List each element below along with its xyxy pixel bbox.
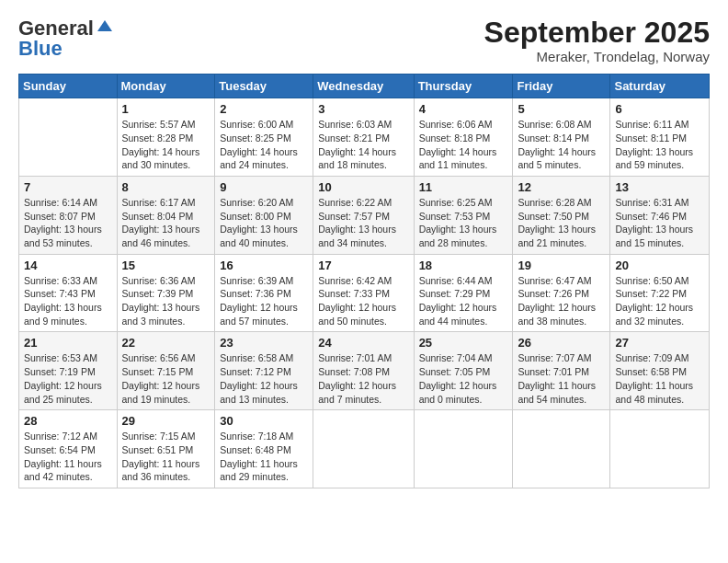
day-number: 16 <box>220 259 308 272</box>
day-info: Sunrise: 6:03 AMSunset: 8:21 PMDaylight:… <box>318 118 408 172</box>
day-number: 22 <box>122 336 210 350</box>
day-number: 28 <box>24 414 112 428</box>
day-info: Sunrise: 6:28 AMSunset: 7:50 PMDaylight:… <box>518 196 605 250</box>
day-info: Sunrise: 6:58 AMSunset: 7:12 PMDaylight:… <box>220 351 308 406</box>
calendar-cell: 27Sunrise: 7:09 AMSunset: 6:58 PMDayligh… <box>610 332 710 410</box>
calendar-cell: 16Sunrise: 6:39 AMSunset: 7:36 PMDayligh… <box>215 254 313 332</box>
calendar-cell: 6Sunrise: 6:11 AMSunset: 8:11 PMDaylight… <box>610 98 710 177</box>
calendar-cell: 14Sunrise: 6:33 AMSunset: 7:43 PMDayligh… <box>19 254 118 332</box>
day-info: Sunrise: 7:01 AMSunset: 7:08 PMDaylight:… <box>318 351 408 406</box>
col-header-friday: Friday <box>513 75 610 98</box>
week-row-3: 14Sunrise: 6:33 AMSunset: 7:43 PMDayligh… <box>19 254 710 332</box>
day-number: 30 <box>220 414 308 428</box>
day-number: 6 <box>615 102 704 116</box>
day-number: 17 <box>318 259 408 272</box>
week-row-5: 28Sunrise: 7:12 AMSunset: 6:54 PMDayligh… <box>19 410 710 488</box>
day-number: 12 <box>518 180 605 194</box>
calendar-cell: 22Sunrise: 6:56 AMSunset: 7:15 PMDayligh… <box>117 332 215 410</box>
day-info: Sunrise: 6:42 AMSunset: 7:33 PMDaylight:… <box>318 274 408 328</box>
col-header-sunday: Sunday <box>19 75 118 98</box>
day-number: 20 <box>615 259 704 272</box>
day-info: Sunrise: 6:22 AMSunset: 7:57 PMDaylight:… <box>318 196 408 250</box>
day-number: 13 <box>615 180 704 194</box>
day-number: 15 <box>122 259 210 272</box>
calendar-cell: 29Sunrise: 7:15 AMSunset: 6:51 PMDayligh… <box>117 410 215 488</box>
day-info: Sunrise: 7:04 AMSunset: 7:05 PMDaylight:… <box>419 351 508 406</box>
day-number: 19 <box>518 259 605 272</box>
col-header-monday: Monday <box>117 75 215 98</box>
day-number: 7 <box>24 180 112 194</box>
header: General Blue September 2025 Meraker, Tro… <box>18 17 710 64</box>
day-number: 1 <box>122 102 210 116</box>
calendar-cell: 8Sunrise: 6:17 AMSunset: 8:04 PMDaylight… <box>117 176 215 254</box>
month-title: September 2025 <box>484 17 710 49</box>
calendar-cell: 9Sunrise: 6:20 AMSunset: 8:00 PMDaylight… <box>215 176 313 254</box>
day-number: 3 <box>318 102 408 116</box>
day-info: Sunrise: 6:50 AMSunset: 7:22 PMDaylight:… <box>615 274 704 328</box>
col-header-saturday: Saturday <box>610 75 710 98</box>
day-info: Sunrise: 6:47 AMSunset: 7:26 PMDaylight:… <box>518 274 605 328</box>
calendar-cell: 30Sunrise: 7:18 AMSunset: 6:48 PMDayligh… <box>215 410 313 488</box>
calendar-cell: 23Sunrise: 6:58 AMSunset: 7:12 PMDayligh… <box>215 332 313 410</box>
calendar-cell: 25Sunrise: 7:04 AMSunset: 7:05 PMDayligh… <box>414 332 513 410</box>
calendar-cell: 26Sunrise: 7:07 AMSunset: 7:01 PMDayligh… <box>513 332 610 410</box>
week-row-4: 21Sunrise: 6:53 AMSunset: 7:19 PMDayligh… <box>19 332 710 410</box>
day-number: 29 <box>122 414 210 428</box>
day-info: Sunrise: 6:25 AMSunset: 7:53 PMDaylight:… <box>419 196 508 250</box>
day-info: Sunrise: 6:14 AMSunset: 8:07 PMDaylight:… <box>24 196 112 250</box>
day-info: Sunrise: 6:11 AMSunset: 8:11 PMDaylight:… <box>615 118 704 172</box>
calendar-cell: 2Sunrise: 6:00 AMSunset: 8:25 PMDaylight… <box>215 98 313 177</box>
calendar-cell: 28Sunrise: 7:12 AMSunset: 6:54 PMDayligh… <box>19 410 118 488</box>
day-info: Sunrise: 7:18 AMSunset: 6:48 PMDaylight:… <box>220 430 308 484</box>
day-number: 9 <box>220 180 308 194</box>
svg-marker-0 <box>97 20 112 31</box>
logo-icon <box>96 18 114 35</box>
day-number: 27 <box>615 336 704 350</box>
day-number: 18 <box>419 259 508 272</box>
week-row-1: 1Sunrise: 5:57 AMSunset: 8:28 PMDaylight… <box>19 98 710 177</box>
col-header-wednesday: Wednesday <box>313 75 414 98</box>
calendar-cell: 20Sunrise: 6:50 AMSunset: 7:22 PMDayligh… <box>610 254 710 332</box>
day-info: Sunrise: 7:09 AMSunset: 6:58 PMDaylight:… <box>615 351 704 406</box>
day-number: 14 <box>24 259 112 272</box>
calendar-cell <box>513 410 610 488</box>
calendar-cell <box>414 410 513 488</box>
day-info: Sunrise: 6:36 AMSunset: 7:39 PMDaylight:… <box>122 274 210 328</box>
day-info: Sunrise: 6:08 AMSunset: 8:14 PMDaylight:… <box>518 118 605 172</box>
day-number: 11 <box>419 180 508 194</box>
page: General Blue September 2025 Meraker, Tro… <box>0 0 728 563</box>
location: Meraker, Trondelag, Norway <box>484 49 710 64</box>
day-number: 26 <box>518 336 605 350</box>
calendar-cell <box>610 410 710 488</box>
title-block: September 2025 Meraker, Trondelag, Norwa… <box>484 17 710 64</box>
logo: General Blue <box>18 17 114 61</box>
col-header-thursday: Thursday <box>414 75 513 98</box>
header-row: SundayMondayTuesdayWednesdayThursdayFrid… <box>19 75 710 98</box>
day-number: 24 <box>318 336 408 350</box>
day-number: 8 <box>122 180 210 194</box>
day-info: Sunrise: 6:53 AMSunset: 7:19 PMDaylight:… <box>24 351 112 406</box>
calendar-cell: 21Sunrise: 6:53 AMSunset: 7:19 PMDayligh… <box>19 332 118 410</box>
day-info: Sunrise: 6:17 AMSunset: 8:04 PMDaylight:… <box>122 196 210 250</box>
calendar: SundayMondayTuesdayWednesdayThursdayFrid… <box>18 74 710 488</box>
day-number: 25 <box>419 336 508 350</box>
calendar-cell: 24Sunrise: 7:01 AMSunset: 7:08 PMDayligh… <box>313 332 414 410</box>
day-info: Sunrise: 6:56 AMSunset: 7:15 PMDaylight:… <box>122 351 210 406</box>
calendar-cell: 19Sunrise: 6:47 AMSunset: 7:26 PMDayligh… <box>513 254 610 332</box>
day-number: 5 <box>518 102 605 116</box>
day-number: 4 <box>419 102 508 116</box>
calendar-cell: 10Sunrise: 6:22 AMSunset: 7:57 PMDayligh… <box>313 176 414 254</box>
calendar-cell <box>313 410 414 488</box>
day-info: Sunrise: 6:06 AMSunset: 8:18 PMDaylight:… <box>419 118 508 172</box>
calendar-cell: 11Sunrise: 6:25 AMSunset: 7:53 PMDayligh… <box>414 176 513 254</box>
day-number: 10 <box>318 180 408 194</box>
day-info: Sunrise: 6:31 AMSunset: 7:46 PMDaylight:… <box>615 196 704 250</box>
day-number: 2 <box>220 102 308 116</box>
day-number: 23 <box>220 336 308 350</box>
day-info: Sunrise: 6:33 AMSunset: 7:43 PMDaylight:… <box>24 274 112 328</box>
day-info: Sunrise: 6:20 AMSunset: 8:00 PMDaylight:… <box>220 196 308 250</box>
col-header-tuesday: Tuesday <box>215 75 313 98</box>
calendar-cell <box>19 98 118 177</box>
week-row-2: 7Sunrise: 6:14 AMSunset: 8:07 PMDaylight… <box>19 176 710 254</box>
calendar-cell: 17Sunrise: 6:42 AMSunset: 7:33 PMDayligh… <box>313 254 414 332</box>
